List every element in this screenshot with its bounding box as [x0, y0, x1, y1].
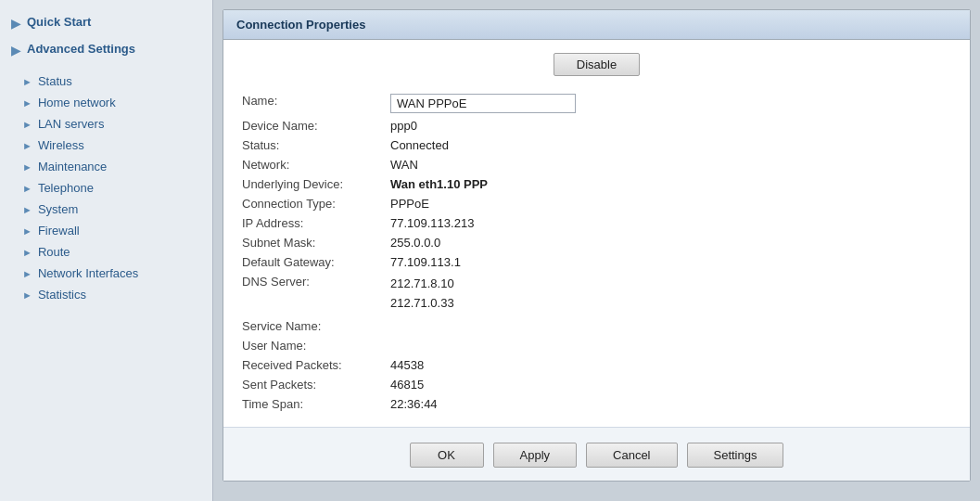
sidebar-statistics-label: Statistics [38, 288, 86, 302]
panel-body: Disable Name: Device Name: ppp0 [223, 40, 970, 427]
name-label: Name: [242, 91, 390, 116]
home-network-arrow-icon: ► [22, 97, 32, 109]
sidebar-telephone-label: Telephone [38, 181, 94, 195]
advanced-settings-icon: ▶ [11, 43, 21, 58]
sidebar-system-label: System [38, 202, 78, 216]
sent-packets-label: Sent Packets: [242, 375, 390, 394]
table-row: Connection Type: PPPoE [242, 194, 951, 213]
dns-server-label: DNS Server: [242, 272, 390, 316]
default-gateway-value: 77.109.113.1 [390, 252, 951, 272]
sidebar-item-network-interfaces[interactable]: ► Network Interfaces [0, 263, 212, 284]
wireless-arrow-icon: ► [22, 140, 32, 151]
table-row: Subnet Mask: 255.0.0.0 [242, 233, 951, 252]
user-name-value [390, 336, 951, 355]
received-packets-value: 44538 [390, 355, 951, 375]
underlying-device-label: Underlying Device: [242, 174, 390, 194]
table-row: Network: WAN [242, 155, 951, 174]
subnet-mask-label: Subnet Mask: [242, 233, 390, 252]
time-span-value: 22:36:44 [390, 394, 951, 414]
cancel-button[interactable]: Cancel [586, 443, 677, 468]
subnet-mask-value: 255.0.0.0 [390, 233, 951, 252]
apply-button[interactable]: Apply [493, 443, 578, 468]
service-name-label: Service Name: [242, 316, 390, 336]
connection-type-label: Connection Type: [242, 194, 390, 213]
sidebar-item-advanced-settings[interactable]: ▶ Advanced Settings [0, 36, 212, 63]
settings-button[interactable]: Settings [687, 443, 784, 468]
properties-table: Name: Device Name: ppp0 Status: Connecte… [242, 91, 951, 414]
firewall-arrow-icon: ► [22, 225, 32, 237]
time-span-label: Time Span: [242, 394, 390, 414]
sidebar-item-route[interactable]: ► Route [0, 241, 212, 263]
sidebar-item-maintenance[interactable]: ► Maintenance [0, 156, 212, 177]
disable-button[interactable]: Disable [554, 53, 640, 76]
table-row: Underlying Device: Wan eth1.10 PPP [242, 174, 951, 194]
network-label: Network: [242, 155, 390, 174]
table-row: Time Span: 22:36:44 [242, 394, 951, 414]
sidebar-item-home-network[interactable]: ► Home network [0, 92, 212, 113]
default-gateway-label: Default Gateway: [242, 252, 390, 272]
sidebar: ▶ Quick Start ▶ Advanced Settings ► Stat… [0, 0, 213, 501]
main-content: Connection Properties Disable Name: Devi… [213, 0, 980, 501]
sidebar-lan-servers-label: LAN servers [38, 117, 105, 131]
table-row: Service Name: [242, 316, 951, 336]
device-name-label: Device Name: [242, 116, 390, 135]
status-label: Status: [242, 135, 390, 155]
table-row: Status: Connected [242, 135, 951, 155]
name-input[interactable] [390, 94, 576, 113]
received-packets-label: Received Packets: [242, 355, 390, 375]
service-name-value [390, 316, 951, 336]
underlying-device-value: Wan eth1.10 PPP [390, 174, 951, 194]
ip-address-label: IP Address: [242, 213, 390, 233]
sidebar-wireless-label: Wireless [38, 138, 84, 152]
table-row: User Name: [242, 336, 951, 355]
footer-buttons: OK Apply Cancel Settings [223, 427, 970, 481]
network-interfaces-arrow-icon: ► [22, 268, 32, 279]
sidebar-item-statistics[interactable]: ► Statistics [0, 284, 212, 305]
sidebar-item-wireless[interactable]: ► Wireless [0, 135, 212, 156]
sidebar-item-system[interactable]: ► System [0, 199, 212, 220]
maintenance-arrow-icon: ► [22, 161, 32, 173]
device-name-value: ppp0 [390, 116, 951, 135]
sidebar-advanced-settings-label: Advanced Settings [27, 42, 135, 58]
sidebar-home-network-label: Home network [38, 96, 116, 109]
table-row: IP Address: 77.109.113.213 [242, 213, 951, 233]
system-arrow-icon: ► [22, 204, 32, 215]
sidebar-maintenance-label: Maintenance [38, 160, 107, 173]
sidebar-firewall-label: Firewall [38, 224, 80, 238]
table-row: Default Gateway: 77.109.113.1 [242, 252, 951, 272]
status-value: Connected [390, 135, 951, 155]
quick-start-icon: ▶ [11, 16, 21, 31]
sidebar-route-label: Route [38, 245, 70, 259]
ok-button[interactable]: OK [410, 443, 484, 468]
table-row: Name: [242, 91, 951, 116]
sidebar-item-status[interactable]: ► Status [0, 71, 212, 92]
statistics-arrow-icon: ► [22, 289, 32, 301]
route-arrow-icon: ► [22, 247, 32, 258]
sent-packets-value: 46815 [390, 375, 951, 394]
panel-title: Connection Properties [223, 10, 970, 40]
sidebar-quick-start-label: Quick Start [27, 15, 91, 31]
lan-servers-arrow-icon: ► [22, 119, 32, 130]
sidebar-status-label: Status [38, 74, 72, 88]
connection-properties-panel: Connection Properties Disable Name: Devi… [223, 9, 971, 482]
sidebar-item-quick-start[interactable]: ▶ Quick Start [0, 9, 212, 36]
user-name-label: User Name: [242, 336, 390, 355]
status-arrow-icon: ► [22, 76, 32, 87]
sidebar-item-firewall[interactable]: ► Firewall [0, 220, 212, 241]
table-row: DNS Server: 212.71.8.10 212.71.0.33 [242, 272, 951, 316]
sidebar-item-telephone[interactable]: ► Telephone [0, 177, 212, 199]
dns-server-value1: 212.71.8.10 [390, 275, 944, 294]
table-row: Sent Packets: 46815 [242, 375, 951, 394]
dns-server-value: 212.71.8.10 212.71.0.33 [390, 272, 951, 316]
name-value[interactable] [390, 91, 951, 116]
table-row: Received Packets: 44538 [242, 355, 951, 375]
network-value: WAN [390, 155, 951, 174]
table-row: Device Name: ppp0 [242, 116, 951, 135]
dns-server-value2: 212.71.0.33 [390, 294, 944, 314]
ip-address-value: 77.109.113.213 [390, 213, 951, 233]
telephone-arrow-icon: ► [22, 183, 32, 194]
disable-row: Disable [242, 53, 951, 76]
sidebar-item-lan-servers[interactable]: ► LAN servers [0, 113, 212, 135]
sidebar-network-interfaces-label: Network Interfaces [38, 266, 138, 280]
connection-type-value: PPPoE [390, 194, 951, 213]
